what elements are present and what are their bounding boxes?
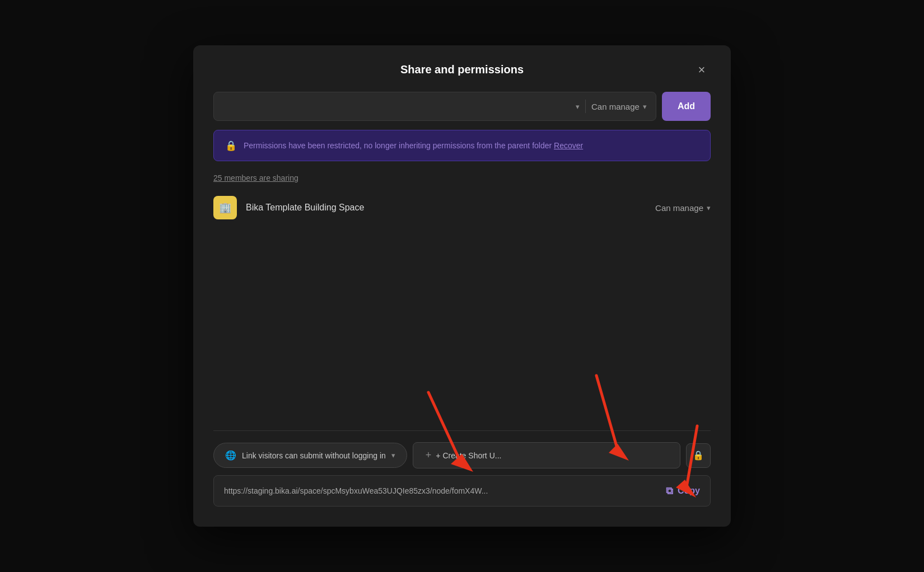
section-divider: [213, 430, 711, 431]
search-row: ▾ Can manage ▾ Add: [213, 92, 711, 121]
bottom-section: 🌐 Link visitors can submit without loggi…: [213, 442, 711, 507]
add-button[interactable]: Add: [662, 92, 711, 121]
notice-text: Permissions have been restricted, no lon…: [244, 139, 583, 152]
permission-value: Can manage: [655, 203, 703, 213]
lock-icon: 🔒: [693, 450, 704, 461]
link-toggle-label: Link visitors can submit without logging…: [242, 451, 386, 460]
plus-icon: +: [426, 449, 432, 461]
link-options-row: 🌐 Link visitors can submit without loggi…: [213, 442, 711, 468]
permission-dropdown[interactable]: Can manage ▾: [591, 102, 647, 111]
permission-label: Can manage: [591, 102, 640, 111]
search-container: ▾ Can manage ▾: [213, 92, 656, 121]
copy-label: Copy: [678, 486, 700, 496]
member-permission-dropdown[interactable]: Can manage ▾: [655, 203, 711, 213]
url-row: https://staging.bika.ai/space/spcMsybxuW…: [213, 475, 711, 507]
avatar-icon: 🏢: [219, 201, 231, 214]
vertical-divider: [585, 100, 586, 113]
permission-notice: 🔒 Permissions have been restricted, no l…: [213, 130, 711, 161]
chevron-down-icon: ▾: [391, 451, 395, 460]
modal-header: Share and permissions ×: [213, 63, 711, 76]
chevron-down-icon: ▾: [707, 204, 711, 212]
share-permissions-modal: Share and permissions × ▾ Can manage ▾ A…: [193, 45, 731, 527]
globe-icon: 🌐: [225, 450, 236, 461]
lock-button[interactable]: 🔒: [686, 443, 711, 468]
link-toggle-button[interactable]: 🌐 Link visitors can submit without loggi…: [213, 443, 407, 468]
close-button[interactable]: ×: [693, 61, 711, 79]
modal-title: Share and permissions: [400, 63, 524, 76]
members-count[interactable]: 25 members are sharing: [213, 174, 711, 182]
avatar: 🏢: [213, 196, 237, 219]
member-name: Bika Template Building Space: [246, 203, 646, 213]
chevron-down-icon: ▾: [576, 102, 580, 111]
copy-button[interactable]: ⧉ Copy: [666, 485, 700, 497]
search-input[interactable]: [223, 102, 570, 111]
lock-icon: 🔒: [225, 140, 237, 152]
copy-icon: ⧉: [666, 485, 673, 497]
chevron-down-icon: ▾: [643, 102, 647, 111]
create-short-label: + Create Short U...: [436, 451, 501, 460]
url-text: https://staging.bika.ai/space/spcMsybxuW…: [224, 486, 659, 495]
create-short-button[interactable]: + + Create Short U...: [413, 442, 680, 468]
recover-link[interactable]: Recover: [554, 141, 583, 150]
table-row: 🏢 Bika Template Building Space Can manag…: [213, 193, 711, 223]
